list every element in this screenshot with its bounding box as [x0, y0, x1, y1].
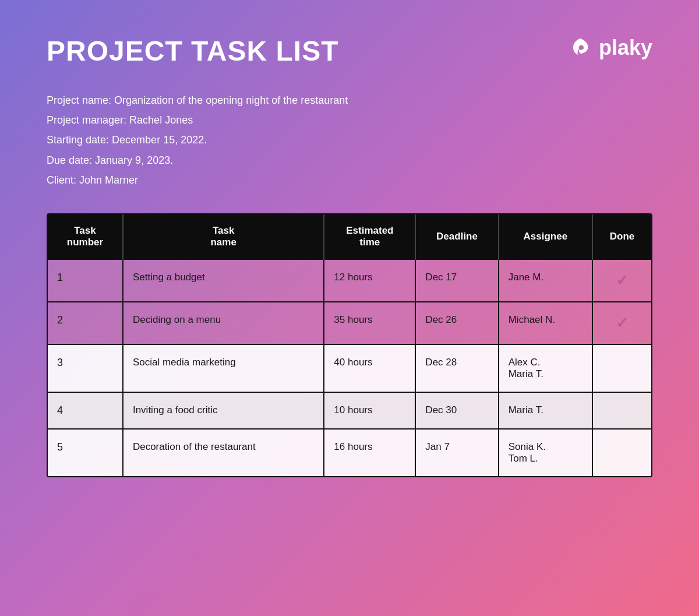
- cell-task-name: Deciding on a menu: [123, 302, 324, 344]
- cell-estimated-time: 12 hours: [324, 259, 415, 302]
- project-name-line: Project name: Organization of the openin…: [47, 90, 652, 110]
- cell-assignee: Maria T.: [499, 392, 592, 429]
- svg-point-0: [578, 41, 582, 45]
- cell-task-number: 1: [48, 259, 123, 302]
- col-header-assignee: Assignee: [499, 214, 592, 259]
- cell-done: ✓: [592, 302, 651, 344]
- task-table: Tasknumber Taskname Estimatedtime Deadli…: [48, 214, 651, 476]
- cell-task-number: 5: [48, 429, 123, 476]
- table-row: 2Deciding on a menu35 hoursDec 26Michael…: [48, 302, 651, 344]
- cell-estimated-time: 16 hours: [324, 429, 415, 476]
- due-date-line: Due date: January 9, 2023.: [47, 150, 652, 170]
- page-title: PROJECT TASK LIST: [47, 35, 338, 67]
- client-value: John Marner: [79, 174, 138, 186]
- checkmark-icon: ✓: [616, 314, 629, 332]
- cell-deadline: Dec 28: [415, 344, 498, 392]
- table-row: 4Inviting a food critic10 hoursDec 30Mar…: [48, 392, 651, 429]
- start-date-line: Starting date: December 15, 2022.: [47, 130, 652, 150]
- logo-text: plaky: [599, 36, 652, 60]
- cell-task-name: Setting a budget: [123, 259, 324, 302]
- cell-deadline: Dec 30: [415, 392, 498, 429]
- cell-done: [592, 392, 651, 429]
- cell-assignee: Jane M.: [499, 259, 592, 302]
- table-header-row: Tasknumber Taskname Estimatedtime Deadli…: [48, 214, 651, 259]
- cell-estimated-time: 10 hours: [324, 392, 415, 429]
- cell-assignee: Sonia K. Tom L.: [499, 429, 592, 476]
- project-info: Project name: Organization of the openin…: [47, 90, 652, 190]
- col-header-task-name: Taskname: [123, 214, 324, 259]
- start-date-label: Starting date:: [47, 134, 109, 146]
- project-name-label: Project name:: [47, 94, 111, 106]
- cell-task-name: Decoration of the restaurant: [123, 429, 324, 476]
- project-name-value: Organization of the opening night of the…: [114, 94, 348, 106]
- col-header-done: Done: [592, 214, 651, 259]
- cell-task-number: 3: [48, 344, 123, 392]
- checkmark-icon: ✓: [616, 272, 629, 289]
- cell-task-number: 4: [48, 392, 123, 429]
- client-label: Client:: [47, 174, 76, 186]
- due-date-label: Due date:: [47, 154, 92, 166]
- cell-task-name: Inviting a food critic: [123, 392, 324, 429]
- project-manager-value: Rachel Jones: [129, 114, 193, 126]
- col-header-estimated-time: Estimatedtime: [324, 214, 415, 259]
- col-header-deadline: Deadline: [415, 214, 498, 259]
- cell-done: ✓: [592, 259, 651, 302]
- client-line: Client: John Marner: [47, 170, 652, 190]
- cell-assignee: Alex C. Maria T.: [499, 344, 592, 392]
- table-row: 1Setting a budget12 hoursDec 17Jane M.✓: [48, 259, 651, 302]
- cell-deadline: Dec 17: [415, 259, 498, 302]
- table-row: 5Decoration of the restaurant16 hoursJan…: [48, 429, 651, 476]
- cell-estimated-time: 40 hours: [324, 344, 415, 392]
- cell-assignee: Michael N.: [499, 302, 592, 344]
- due-date-value: January 9, 2023.: [95, 154, 173, 166]
- page-header: PROJECT TASK LIST plaky: [47, 35, 652, 67]
- project-manager-label: Project manager:: [47, 114, 126, 126]
- start-date-value: December 15, 2022.: [112, 134, 207, 146]
- cell-deadline: Jan 7: [415, 429, 498, 476]
- project-manager-line: Project manager: Rachel Jones: [47, 110, 652, 130]
- cell-done: [592, 429, 651, 476]
- cell-task-name: Social media marketing: [123, 344, 324, 392]
- logo: plaky: [567, 35, 652, 61]
- table-row: 3Social media marketing40 hoursDec 28Ale…: [48, 344, 651, 392]
- cell-deadline: Dec 26: [415, 302, 498, 344]
- cell-estimated-time: 35 hours: [324, 302, 415, 344]
- task-table-container: Tasknumber Taskname Estimatedtime Deadli…: [47, 213, 652, 477]
- cell-task-number: 2: [48, 302, 123, 344]
- cell-done: [592, 344, 651, 392]
- plaky-logo-icon: [567, 35, 593, 61]
- col-header-task-number: Tasknumber: [48, 214, 123, 259]
